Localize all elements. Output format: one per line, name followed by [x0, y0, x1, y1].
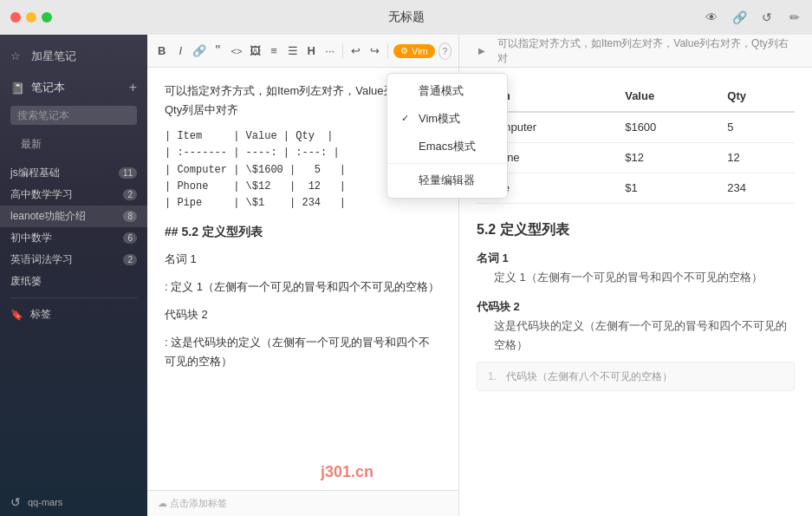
- help-button[interactable]: ?: [438, 42, 451, 60]
- sidebar-brand[interactable]: ☆ 加星笔记: [10, 45, 137, 68]
- table-header-value: Value: [614, 82, 717, 112]
- preview-def1: 定义 1（左侧有一个可见的冒号和四个不可见的空格）: [494, 268, 795, 287]
- add-notebook-button[interactable]: +: [129, 80, 137, 95]
- main-layout: ☆ 加星笔记 📓 笔记本 + 最新 js编程基础 11 高中数学学习 2 lea…: [0, 35, 812, 516]
- editor-area: B I 🔗 " <> 🖼 ≡ ☰ H ··· ↩ ↪ ⚙ Vim 普通模式: [147, 35, 459, 516]
- tag-placeholder: ☁ 点击添加标签: [158, 497, 227, 510]
- link-button[interactable]: 🔗: [192, 41, 207, 62]
- preview-code-hint: 1. 代码块（左侧有八个不可见的空格）: [477, 362, 795, 391]
- sidebar-item-badge: 8: [123, 211, 137, 222]
- redo-button[interactable]: ↪: [367, 41, 383, 62]
- bookmark-icon: 🔖: [10, 309, 23, 321]
- sidebar-item-math-high[interactable]: 高中数学学习 2: [0, 184, 147, 206]
- sidebar-item-math-mid[interactable]: 初中数学 6: [0, 227, 147, 249]
- sidebar-item-badge: 2: [123, 189, 137, 200]
- sidebar-item-trash[interactable]: 废纸篓: [0, 271, 147, 292]
- preview-code-text: 代码块（左侧有八个不可见的空格）: [506, 370, 672, 382]
- collapse-icon[interactable]: ▶: [473, 42, 490, 60]
- preview-header-text: 可以指定对齐方式，如Item列左对齐，Value列右对齐，Qty列右对: [497, 36, 798, 66]
- tag-bar[interactable]: ☁ 点击添加标签: [147, 490, 458, 516]
- vim-label: Vim: [412, 46, 428, 56]
- eye-icon[interactable]: 👁: [705, 10, 718, 24]
- sidebar-item-label: 废纸篓: [10, 274, 137, 289]
- sidebar-item-js[interactable]: js编程基础 11: [0, 162, 147, 184]
- maximize-button[interactable]: [42, 12, 52, 23]
- code-button[interactable]: <>: [229, 41, 244, 62]
- toolbar-separator2: [387, 43, 388, 59]
- preview-term1: 名词 1: [477, 249, 795, 268]
- table-cell: 234: [717, 173, 795, 204]
- image-button[interactable]: 🖼: [248, 41, 263, 62]
- sidebar-notebook[interactable]: 📓 笔记本 +: [10, 76, 137, 99]
- sidebar-item-label: leanote功能介绍: [10, 209, 123, 224]
- sidebar-item-label: 高中数学学习: [10, 187, 123, 202]
- sidebar-notebook-label: 笔记本: [31, 80, 122, 95]
- traffic-lights: [10, 12, 52, 23]
- table-header-qty: Qty: [717, 82, 795, 112]
- editor-term2: 代码块 2: [165, 305, 441, 324]
- window-title: 无标题: [388, 10, 425, 25]
- preview-term2: 代码块 2: [477, 297, 795, 317]
- sidebar-items: js编程基础 11 高中数学学习 2 leanote功能介绍 8 初中数学 6 …: [0, 162, 147, 292]
- editor-term1: 名词 1: [165, 250, 441, 269]
- sidebar-item-badge: 2: [123, 254, 137, 265]
- edit-icon[interactable]: ✏: [788, 10, 802, 24]
- table-cell: $1600: [614, 112, 717, 143]
- heading-button[interactable]: H: [303, 41, 319, 62]
- close-button[interactable]: [10, 12, 21, 23]
- titlebar: 无标题 👁 🔗 ↺ ✏: [0, 0, 812, 35]
- minimize-button[interactable]: [26, 12, 36, 23]
- sidebar-tags-label: 标签: [30, 307, 51, 322]
- vim-dropdown-emacs[interactable]: Emacs模式: [387, 133, 507, 160]
- sync-icon[interactable]: ↺: [10, 495, 21, 509]
- ordered-list-button[interactable]: ≡: [266, 41, 282, 62]
- editor-def1: : 定义 1（左侧有一个可见的冒号和四个不可见的空格）: [165, 278, 441, 297]
- preview-area: ▶ 可以指定对齐方式，如Item列左对齐，Value列右对齐，Qty列右对 It…: [459, 35, 812, 516]
- preview-def2: 这是代码块的定义（左侧有一个可见的冒号和四个不可见的空格）: [494, 317, 795, 355]
- preview-section-heading: 5.2 定义型列表: [477, 218, 795, 241]
- notebook-icon: 📓: [10, 82, 24, 95]
- sidebar-item-leanote[interactable]: leanote功能介绍 8: [0, 206, 147, 227]
- titlebar-icons: 👁 🔗 ↺ ✏: [705, 10, 802, 24]
- sidebar-item-badge: 11: [119, 167, 137, 179]
- sidebar-recent: 最新: [10, 134, 137, 155]
- sidebar-item-english[interactable]: 英语词法学习 2: [0, 249, 147, 271]
- gear-icon: ⚙: [400, 46, 408, 56]
- link-icon[interactable]: 🔗: [732, 10, 746, 24]
- table-cell: 12: [717, 143, 795, 173]
- dropdown-separator: [387, 163, 507, 164]
- sidebar-item-label: 初中数学: [10, 231, 123, 245]
- preview-content: Item Value Qty Computer $1600 5 Phone $1…: [459, 68, 812, 516]
- bold-button[interactable]: B: [154, 41, 170, 62]
- sidebar-top: ☆ 加星笔记 📓 笔记本 + 最新: [0, 35, 147, 162]
- more-button[interactable]: ···: [322, 41, 338, 62]
- vim-dropdown: 普通模式 ✓ Vim模式 Emacs模式 轻量编辑器: [387, 73, 508, 199]
- vim-mode-button[interactable]: ⚙ Vim 普通模式 ✓ Vim模式 Emacs模式: [393, 44, 435, 58]
- history-icon[interactable]: ↺: [760, 10, 774, 24]
- table-cell: $12: [614, 143, 717, 173]
- vim-dropdown-lightweight[interactable]: 轻量编辑器: [387, 167, 507, 194]
- toolbar-separator: [342, 43, 343, 59]
- undo-button[interactable]: ↩: [348, 41, 364, 62]
- quote-button[interactable]: ": [211, 41, 226, 62]
- vim-dropdown-normal[interactable]: 普通模式: [387, 77, 507, 105]
- table-row: Pipe $1 234: [477, 173, 795, 204]
- vim-dropdown-vim[interactable]: ✓ Vim模式: [387, 105, 507, 133]
- table-row: Computer $1600 5: [477, 112, 795, 143]
- preview-definition-list: 名词 1 定义 1（左侧有一个可见的冒号和四个不可见的空格） 代码块 2 这是代…: [477, 249, 795, 355]
- search-input[interactable]: [10, 106, 137, 125]
- editor-def2: : 这是代码块的定义（左侧有一个可见的冒号和四个不可见的空格）: [165, 333, 441, 371]
- sidebar-bottom: ↺ qq-mars: [0, 488, 147, 516]
- sidebar-brand-label: 加星笔记: [31, 49, 76, 64]
- unordered-list-button[interactable]: ☰: [285, 41, 301, 62]
- table-row: Phone $12 12: [477, 143, 795, 173]
- italic-button[interactable]: I: [173, 41, 189, 62]
- preview-code-number: 1.: [488, 370, 497, 382]
- preview-header: ▶ 可以指定对齐方式，如Item列左对齐，Value列右对齐，Qty列右对: [459, 35, 812, 68]
- star-icon: ☆: [10, 49, 24, 63]
- sidebar-item-badge: 6: [123, 232, 137, 244]
- editor-section-heading: ## 5.2 定义型列表: [165, 222, 441, 243]
- table-cell: $1: [614, 173, 717, 204]
- sidebar-tags-section[interactable]: 🔖 标签: [0, 304, 147, 325]
- preview-table: Item Value Qty Computer $1600 5 Phone $1…: [477, 82, 795, 204]
